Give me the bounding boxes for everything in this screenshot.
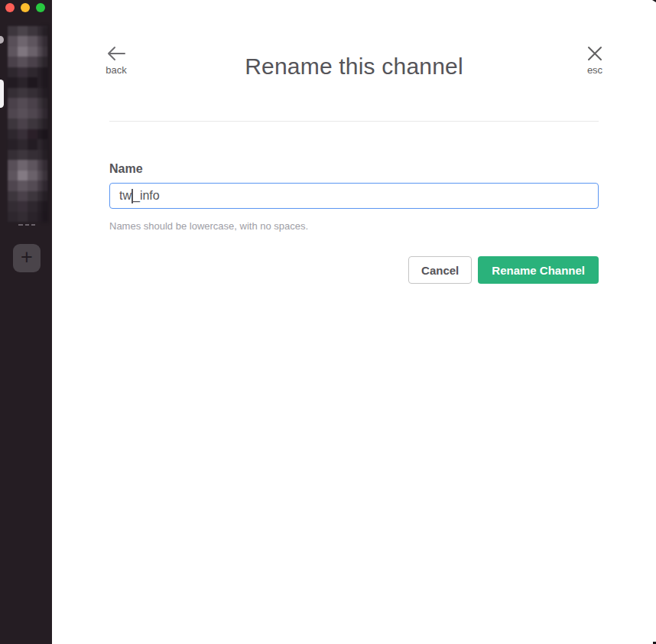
workspace-sidebar: +	[0, 0, 52, 644]
action-buttons: Cancel Rename Channel	[52, 256, 599, 284]
rename-channel-panel: back Rename this channel esc Name tw _in…	[52, 0, 656, 644]
input-text-after-caret: _info	[133, 189, 160, 203]
active-workspace-indicator	[0, 80, 4, 108]
rename-channel-button[interactable]: Rename Channel	[478, 256, 599, 284]
minimize-window-button[interactable]	[21, 3, 30, 12]
page-title: Rename this channel	[52, 54, 656, 80]
workspace-icons-shadow	[42, 26, 48, 222]
workspace-notification-dot	[0, 36, 4, 44]
plus-icon: +	[21, 247, 33, 268]
blurred-workspace-label	[18, 224, 35, 226]
name-label: Name	[109, 162, 143, 176]
cancel-button[interactable]: Cancel	[408, 256, 472, 284]
close-dialog-button[interactable]: esc	[580, 44, 610, 76]
screen-corner-artifact-top	[652, 0, 656, 2]
slack-window: + back Rename this channel esc Name tw _…	[0, 0, 656, 644]
input-helper-text: Names should be lowercase, with no space…	[109, 220, 308, 232]
window-controls	[5, 3, 45, 12]
channel-name-input[interactable]: tw _info	[109, 183, 599, 209]
input-text-before-caret: tw	[119, 189, 132, 203]
close-icon	[586, 44, 604, 63]
divider	[109, 121, 599, 122]
add-workspace-button[interactable]: +	[13, 244, 41, 272]
esc-label: esc	[580, 64, 610, 76]
close-window-button[interactable]	[5, 3, 15, 12]
zoom-window-button[interactable]	[36, 3, 45, 12]
